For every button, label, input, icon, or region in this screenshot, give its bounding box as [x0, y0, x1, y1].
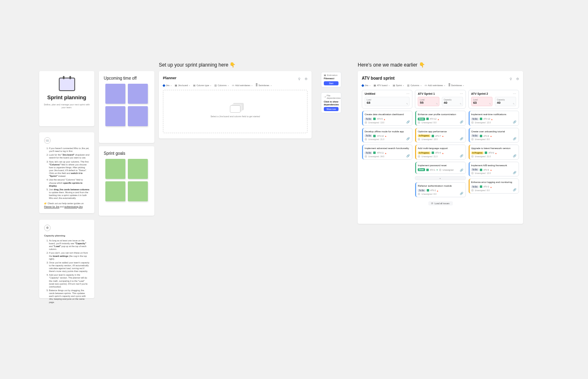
- edit-icon[interactable]: ✎: [436, 103, 438, 105]
- issue-type-icon: [480, 118, 482, 120]
- planner-empty: Planner ⚲ ⚙ Jira ▦ Jira board ▤ Column t…: [159, 71, 312, 138]
- issue-card[interactable]: Create user onboarding tutorial To Do AT…: [468, 128, 519, 143]
- priority-icon: ▴: [385, 134, 386, 137]
- setup-instructions-card: 📖 If you haven't connected Miro to Jira …: [39, 132, 94, 213]
- priority-icon: ▴: [437, 189, 438, 192]
- estimation-start-button[interactable]: Start: [324, 81, 339, 85]
- edit-icon[interactable]: ✎: [460, 103, 461, 105]
- avatar-icon: [418, 155, 420, 158]
- sticky-note[interactable]: [128, 84, 148, 104]
- issue-card[interactable]: Refactor authentication module To Do ATV…: [415, 182, 466, 197]
- story-points: 21.0: [380, 138, 384, 140]
- issue-card[interactable]: Optimize app performance In Progress ATV…: [415, 128, 466, 143]
- issue-card[interactable]: Implement advanced search functionality …: [362, 145, 412, 160]
- filter-icon[interactable]: ⚲: [298, 77, 301, 81]
- sticky-note[interactable]: [105, 106, 125, 126]
- issue-key: ATV-6: [488, 152, 494, 154]
- column-menu-icon[interactable]: ⋯: [513, 92, 516, 96]
- tb-columns[interactable]: ▥ Columns: [214, 84, 229, 87]
- tb-column-type[interactable]: ▤ Column type: [193, 84, 211, 87]
- issue-card[interactable]: Develop offline mode for mobile app To D…: [362, 128, 412, 143]
- load-all-button[interactable]: ⟳ Load all issues: [428, 201, 453, 205]
- column-menu-icon[interactable]: ⋯: [406, 92, 410, 96]
- tb-swimlanes-add[interactable]: ▭ Add swimlanes: [232, 84, 252, 87]
- edit-icon[interactable]: ✎: [406, 103, 408, 105]
- priority-icon: ▴: [442, 152, 443, 154]
- filter-icon[interactable]: ⚲: [510, 77, 512, 81]
- issue-card[interactable]: Add multi-language support In Progress A…: [415, 145, 466, 160]
- link-icon[interactable]: 🔗: [406, 120, 410, 124]
- avatar-icon: [471, 138, 474, 140]
- issue-card[interactable]: Enhance user profile customization Done …: [415, 111, 466, 126]
- assignee: Unassigned: [421, 193, 432, 195]
- issue-card[interactable]: Enhance error logging and monitoring To …: [468, 178, 519, 194]
- issue-card[interactable]: Implement A/B testing framework To Do AT…: [468, 162, 519, 177]
- dependencies-widget: ⇢Pile dependencies Click to show depende…: [321, 92, 341, 113]
- issue-title: Develop offline mode for mobile app: [365, 130, 410, 134]
- link-icon[interactable]: 🔗: [406, 154, 410, 158]
- sticky-note[interactable]: [105, 159, 125, 179]
- issue-title: Implement advanced search functionality: [365, 147, 410, 150]
- priority-icon: ▴: [385, 152, 386, 154]
- sticky-note[interactable]: [105, 181, 125, 201]
- tb-board[interactable]: ▦ ATV board: [374, 84, 390, 87]
- link-icon[interactable]: 🔗: [460, 192, 463, 195]
- column-menu-icon[interactable]: ⋯: [460, 92, 463, 96]
- atv-title: ATV board sprint: [362, 76, 394, 80]
- tb-jira[interactable]: Jira: [163, 84, 172, 87]
- settings-icon[interactable]: ⚙: [305, 77, 307, 81]
- tb-swimlanes[interactable]: ≣ Swimlanes: [448, 84, 464, 87]
- dependencies-show-button[interactable]: Show now: [324, 107, 339, 111]
- priority-icon: ▴: [490, 168, 492, 171]
- link-auth-jira[interactable]: authenticating Jira: [65, 205, 83, 208]
- link-icon[interactable]: 🔗: [513, 171, 517, 174]
- link-icon[interactable]: 🔗: [513, 154, 517, 158]
- instruction-list: If you haven't connected Miro to Jira ye…: [44, 147, 89, 200]
- priority-icon: ▴: [442, 134, 443, 137]
- sticky-note[interactable]: [128, 159, 148, 179]
- estimation-icon: ▣: [324, 74, 326, 76]
- link-icon[interactable]: 🔗: [460, 137, 463, 140]
- link-icon[interactable]: 🔗: [460, 120, 463, 124]
- issue-key: ATV-9: [377, 118, 383, 120]
- instruction-item: As long as at least one issue on the boa…: [49, 239, 89, 251]
- status-badge: To Do: [365, 134, 372, 137]
- link-icon[interactable]: 🔗: [460, 169, 463, 172]
- assignee: Unassigned: [421, 121, 432, 124]
- link-icon[interactable]: 🔗: [406, 137, 410, 140]
- tb-columns[interactable]: ▥ Columns: [407, 84, 421, 87]
- sticky-note[interactable]: [105, 84, 125, 104]
- link-planner-jira[interactable]: Planner for Jira: [44, 205, 59, 208]
- settings-icon[interactable]: ⚙: [516, 77, 519, 81]
- planner-dropzone[interactable]: Select a Jira board and column field to …: [163, 90, 307, 133]
- issue-card[interactable]: Upgrade to latest framework version In P…: [468, 145, 519, 160]
- tb-jira[interactable]: Jira: [362, 84, 370, 87]
- sticky-note[interactable]: [128, 181, 148, 201]
- footer-lead: 👉 Check out our help center guides on: [44, 202, 84, 205]
- status-badge: In Progress: [418, 134, 430, 137]
- priority-icon: ▴: [495, 152, 497, 154]
- tb-jira-board[interactable]: ▦ Jira board: [175, 84, 190, 87]
- priority-icon: ▴: [384, 118, 385, 120]
- expand-button[interactable]: ⌄: [415, 176, 466, 180]
- issue-title: Implement password reset: [418, 164, 463, 167]
- tb-swimlanes[interactable]: ≣ Swimlanes: [256, 84, 272, 87]
- issue-card[interactable]: Implement password reset Done ATV-1 ▾ Un…: [415, 162, 466, 174]
- issue-card[interactable]: Implement real-time notifications To Do …: [468, 111, 519, 126]
- instruction-item: Once you've added your team's capacity t…: [49, 261, 89, 273]
- avatar-icon: [365, 138, 367, 140]
- link-icon[interactable]: 🔗: [513, 120, 517, 124]
- link-icon[interactable]: 🔗: [513, 188, 517, 192]
- issue-card[interactable]: Create data visualization dashboard To D…: [362, 111, 412, 126]
- sticky-note[interactable]: [128, 106, 148, 126]
- card-stack-icon: [230, 105, 241, 113]
- metric-capacity: Capacity40 ✎: [442, 97, 463, 106]
- tb-swimlanes-add[interactable]: ▭ Add swimlanes: [425, 84, 445, 87]
- edit-icon[interactable]: ✎: [513, 103, 514, 105]
- link-icon[interactable]: 🔗: [513, 137, 517, 140]
- tb-sprint[interactable]: ▤ Sprint: [393, 84, 404, 87]
- link-icon[interactable]: 🔗: [460, 154, 463, 158]
- intro-subtitle: Define, plan and manage your next sprint…: [43, 103, 90, 109]
- edit-icon[interactable]: ✎: [489, 103, 491, 105]
- issue-title: Enhance error logging and monitoring: [471, 181, 516, 184]
